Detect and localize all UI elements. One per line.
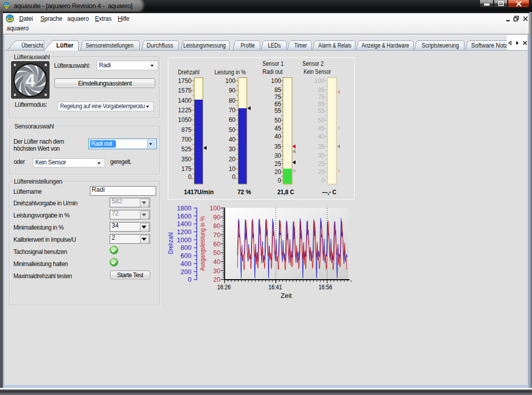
svg-text:50: 50 [274,117,281,124]
svg-text:Scriptsteuerung: Scriptsteuerung [422,42,459,49]
svg-text:Leistung in %: Leistung in % [214,68,246,75]
svg-text:100: 100 [210,204,221,212]
svg-text:20: 20 [228,155,235,162]
svg-text:Drehzahl: Drehzahl [178,68,200,75]
svg-text:20: 20 [213,276,220,283]
svg-text:1000: 1000 [177,236,191,244]
svg-text:0: 0 [188,276,191,283]
svg-text:35: 35 [318,143,325,150]
svg-text:35: 35 [274,143,281,150]
svg-text:10: 10 [228,165,235,172]
svg-text:1800: 1800 [177,204,191,212]
svg-text:50: 50 [228,126,235,133]
svg-text:Leistungsmessung: Leistungsmessung [183,42,226,49]
svg-text:Alarm & Relais: Alarm & Relais [318,42,351,49]
svg-text:65: 65 [318,100,325,107]
svg-text:100: 100 [314,77,324,84]
svg-text:60: 60 [228,116,235,123]
svg-text:85: 85 [318,86,325,94]
svg-text:45: 45 [318,124,325,131]
svg-text:55: 55 [318,107,325,114]
svg-text:16:26: 16:26 [217,283,231,291]
svg-text:30: 30 [213,267,220,275]
svg-text:0: 0 [321,177,324,184]
svg-text:800: 800 [180,244,191,251]
svg-text:Sensor 2: Sensor 2 [302,60,323,67]
svg-text:Ausgangsleistung in %: Ausgangsleistung in % [199,216,206,271]
svg-text:90: 90 [228,87,235,94]
svg-text:400: 400 [180,260,191,268]
svg-text:40: 40 [228,136,235,143]
svg-text:0: 0 [277,177,281,184]
svg-text:72 %: 72 % [237,188,251,196]
svg-text:30: 30 [318,152,325,159]
svg-text:80: 80 [228,97,235,104]
svg-text:600: 600 [180,252,191,259]
svg-text:20: 20 [318,168,325,175]
svg-text:1400: 1400 [177,220,191,228]
svg-text:875: 875 [181,126,191,133]
svg-text:55: 55 [274,107,281,114]
svg-text:90: 90 [213,213,220,221]
svg-text:40: 40 [213,258,220,266]
svg-text:25: 25 [274,160,281,167]
svg-text:350: 350 [181,155,191,162]
svg-text:25: 25 [318,160,325,167]
svg-text:20: 20 [274,168,281,175]
svg-text:1050: 1050 [178,116,191,123]
svg-text:16:56: 16:56 [319,283,332,291]
svg-text:175: 175 [181,165,191,172]
svg-text:30: 30 [274,152,281,159]
svg-text:Timer: Timer [294,42,307,49]
svg-text:1200: 1200 [177,228,191,236]
svg-text:Sensor 1: Sensor 1 [262,60,283,67]
svg-text:50: 50 [318,117,325,124]
svg-text:60: 60 [213,240,220,248]
svg-text:Drehzahl: Drehzahl [167,232,174,254]
svg-text:Radi out: Radi out [262,68,283,75]
svg-text:40: 40 [318,133,325,140]
svg-text:40: 40 [274,133,281,140]
svg-text:200: 200 [180,268,191,276]
svg-text:50: 50 [213,249,220,256]
svg-text:65: 65 [274,100,281,107]
svg-text:0: 0 [188,173,191,180]
svg-text:70: 70 [213,231,220,239]
svg-text:100: 100 [225,77,235,84]
svg-text:4: 4 [25,70,35,90]
svg-text:Kein Sensor: Kein Sensor [304,68,331,75]
svg-text:0: 0 [232,173,235,180]
svg-text:45: 45 [274,124,281,131]
svg-text:100: 100 [271,77,281,84]
svg-text:Übersicht: Übersicht [22,42,43,49]
svg-text:Durchfluss: Durchfluss [147,42,173,49]
svg-text:Zeit: Zeit [281,292,292,299]
svg-text:80: 80 [213,222,220,230]
svg-text:16:41: 16:41 [268,283,282,291]
svg-text:1750: 1750 [178,77,191,84]
svg-text:Lüfter: Lüfter [57,42,74,49]
svg-text:525: 525 [181,146,191,153]
svg-text:85: 85 [274,86,281,94]
svg-text:700: 700 [181,136,191,143]
svg-text:75: 75 [274,94,281,101]
svg-text:Sensoreinstellungen: Sensoreinstellungen [86,42,134,49]
svg-text:Anzeige & Hardware: Anzeige & Hardware [362,42,409,49]
svg-text:1575: 1575 [178,87,191,94]
svg-text:75: 75 [318,94,325,101]
svg-text:1600: 1600 [177,212,191,220]
svg-text:21,8 C: 21,8 C [277,188,295,196]
svg-text:30: 30 [228,146,235,153]
svg-text:70: 70 [228,106,235,113]
svg-text:1225: 1225 [178,106,191,113]
svg-text:1400: 1400 [178,97,191,104]
svg-text:1417U/min: 1417U/min [184,188,214,196]
svg-text:Profile: Profile [240,42,255,49]
svg-text:—,- C: —,- C [322,188,336,196]
svg-text:LEDs: LEDs [268,42,281,49]
